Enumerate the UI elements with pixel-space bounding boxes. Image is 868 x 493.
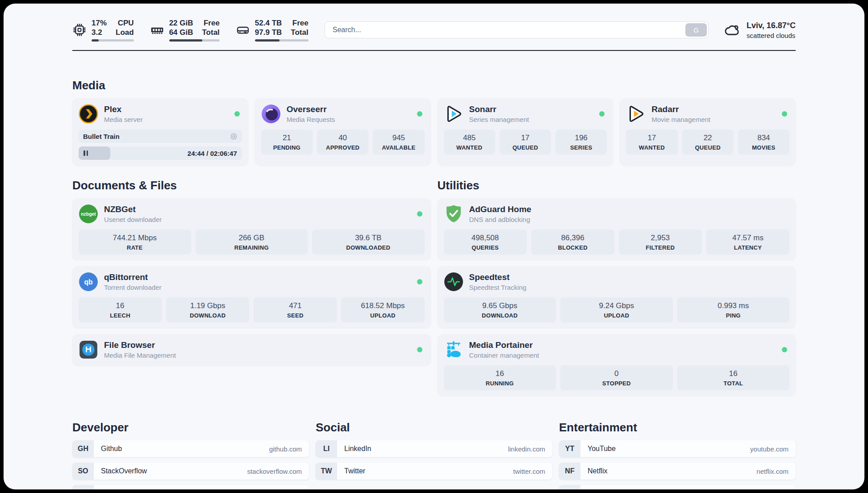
app-card-sonarr[interactable]: Sonarr Series management 485WANTED 17QUE…: [438, 98, 613, 165]
bookmark-url: stackoverflow.com: [247, 468, 302, 475]
stat-blocked: 86,396BLOCKED: [531, 230, 614, 255]
search-engine-button[interactable]: G: [685, 23, 707, 37]
app-title: File Browser: [104, 340, 176, 350]
app-card-qbittorrent[interactable]: qb qBittorrent Torrent downloader 16LEEC…: [72, 266, 431, 328]
bookmark-dev[interactable]: DT DEV dev.to: [72, 485, 309, 489]
cpu-load-label: Load: [116, 28, 134, 37]
disk-total-label: Total: [291, 28, 308, 37]
stat-wanted: 17WANTED: [626, 130, 677, 155]
svg-text:nzbget: nzbget: [81, 212, 96, 217]
bookmark-linkedin[interactable]: LI LinkedIn linkedin.com: [316, 440, 552, 457]
bookmark-abbr: LI: [316, 440, 337, 457]
bookmark-name: Netflix: [588, 467, 607, 475]
section-heading-utilities: Utilities: [438, 179, 796, 192]
portainer-icon: [444, 340, 463, 359]
section-heading-media: Media: [72, 79, 796, 92]
weather-condition: scattered clouds: [747, 32, 796, 39]
nzbget-icon: nzbget: [79, 204, 98, 224]
stat-series: 196SERIES: [555, 130, 607, 155]
cloud-icon: [724, 21, 741, 38]
memory-total-label: Total: [202, 28, 220, 37]
app-card-plex[interactable]: Plex Media server Bullet Train 24:44 / 0…: [72, 98, 248, 165]
app-title: Sonarr: [469, 104, 529, 114]
app-subtitle: Series management: [469, 116, 529, 123]
stat-stopped: 0STOPPED: [560, 365, 673, 390]
bookmark-github[interactable]: GH Github github.com: [72, 440, 309, 457]
pause-icon[interactable]: [83, 150, 88, 156]
stat-download: 1.19 GbpsDOWNLOAD: [166, 297, 249, 322]
status-online-dot: [782, 111, 787, 117]
disk-free-value: 52.4 TB: [255, 18, 282, 28]
search-input[interactable]: [326, 26, 685, 34]
header-divider: [72, 50, 796, 51]
disk-total-value: 97.9 TB: [255, 28, 282, 37]
bookmark-youtube[interactable]: YT YouTube youtube.com: [559, 440, 796, 457]
section-heading-social: Social: [316, 421, 552, 435]
media-grid: Plex Media server Bullet Train 24:44 / 0…: [72, 98, 796, 165]
bookmark-name: LinkedIn: [344, 445, 371, 453]
plex-icon: [79, 104, 98, 124]
status-online-dot: [417, 347, 422, 352]
bookmark-abbr: SO: [72, 463, 94, 480]
status-online-dot: [599, 111, 605, 117]
memory-free-value: 22 GiB: [169, 18, 193, 28]
memory-free-label: Free: [202, 18, 220, 28]
section-heading-developer: Developer: [72, 421, 309, 435]
overseerr-icon: [261, 104, 281, 124]
cpu-label: CPU: [116, 18, 134, 28]
app-card-overseerr[interactable]: Overseerr Media Requests 21PENDING 40APP…: [255, 98, 431, 165]
app-title: Overseerr: [287, 104, 335, 114]
documents-column: Documents & Files nzbget NZBGet Usenet d…: [72, 179, 431, 365]
app-subtitle: Torrent downloader: [104, 284, 161, 291]
stat-total: 16TOTAL: [677, 365, 790, 390]
app-card-adguard[interactable]: AdGuard Home DNS and adblocking 498,508Q…: [438, 198, 796, 260]
bookmark-name: StackOverflow: [101, 467, 147, 475]
speedtest-icon: [444, 272, 463, 292]
bookmark-url: linkedin.com: [508, 445, 545, 453]
svg-text:qb: qb: [84, 278, 92, 286]
app-card-radarr[interactable]: Radarr Movie management 17WANTED 22QUEUE…: [620, 98, 796, 165]
memory-icon: [150, 23, 164, 37]
bookmark-url: twitter.com: [513, 468, 545, 475]
bookmark-url: github.com: [269, 445, 302, 453]
app-title: AdGuard Home: [469, 205, 531, 214]
now-playing-row: Bullet Train: [79, 130, 242, 143]
cpu-load-value: 3.2: [92, 28, 107, 37]
social-column: Social LI LinkedIn linkedin.com TW Twitt…: [316, 421, 552, 480]
bookmark-url: netflix.com: [756, 468, 789, 475]
stat-queued: 17QUEUED: [500, 130, 551, 155]
stat-movies: 834MOVIES: [738, 130, 789, 155]
bookmark-abbr: DT: [72, 485, 94, 489]
bookmark-abbr: YT: [559, 440, 580, 457]
app-card-speedtest[interactable]: Speedtest Speedtest Tracking 9.65 GbpsDO…: [438, 266, 796, 328]
adguard-icon: [444, 204, 463, 224]
disk-icon: [236, 23, 250, 37]
status-online-dot: [782, 347, 787, 352]
bookmark-url: youtube.com: [750, 445, 789, 453]
app-card-nzbget[interactable]: nzbget NZBGet Usenet downloader 744.21 M…: [72, 198, 431, 260]
status-online-dot: [234, 111, 240, 117]
bookmark-twitter[interactable]: TW Twitter twitter.com: [316, 463, 552, 480]
app-title: qBittorrent: [104, 272, 161, 282]
bookmark-reddit[interactable]: RE Reddit reddit.com: [559, 485, 796, 489]
app-card-portainer[interactable]: Media Portainer Container management 16R…: [438, 334, 796, 396]
stat-queued: 22QUEUED: [682, 130, 734, 155]
memory-usage-widget: 22 GiB Free 64 GiB Total: [150, 18, 220, 42]
bookmark-abbr: GH: [72, 440, 94, 457]
cpu-usage-widget: 17% CPU 3.2 Load: [72, 18, 134, 42]
stat-running: 16RUNNING: [444, 365, 556, 390]
app-subtitle: Movie management: [651, 116, 710, 123]
bookmark-stackoverflow[interactable]: SO StackOverflow stackoverflow.com: [72, 463, 309, 480]
bookmark-name: Twitter: [344, 467, 365, 475]
bookmark-abbr: RE: [559, 485, 580, 489]
stat-leech: 16LEECH: [79, 297, 162, 322]
app-subtitle: Media File Management: [104, 351, 176, 359]
app-card-filebrowser[interactable]: File Browser Media File Management: [72, 334, 431, 365]
stat-available: 945AVAILABLE: [373, 130, 424, 155]
now-playing-title: Bullet Train: [83, 133, 120, 140]
search-bar: G: [325, 21, 709, 38]
bookmark-netflix[interactable]: NF Netflix netflix.com: [559, 463, 796, 480]
weather-widget: Lviv, 16.87°C scattered clouds: [724, 21, 796, 39]
app-title: Speedtest: [469, 272, 526, 282]
app-subtitle: Usenet downloader: [104, 216, 162, 223]
